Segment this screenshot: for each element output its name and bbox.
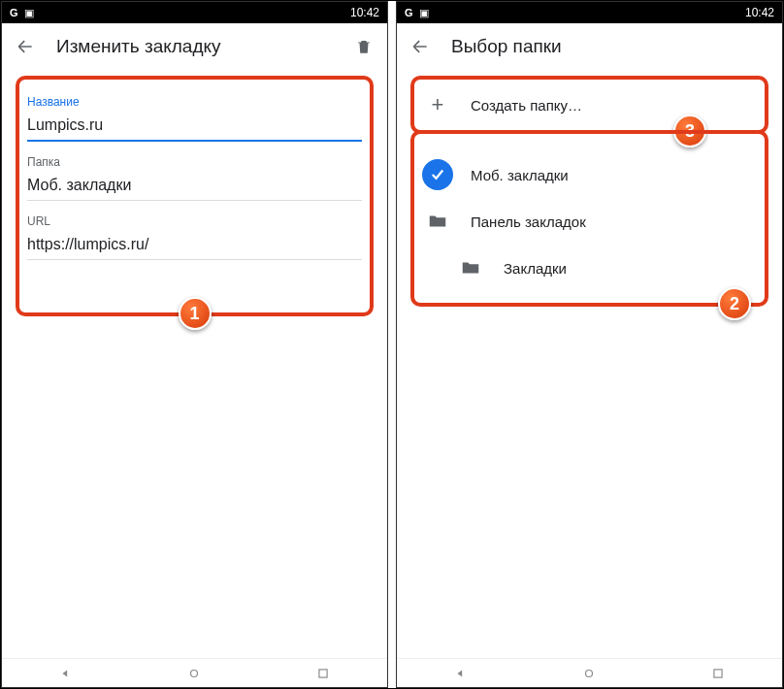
- folder-list-highlight: Моб. закладки Панель закладок Закладки: [410, 130, 768, 307]
- name-input[interactable]: Lumpics.ru: [27, 113, 362, 142]
- check-icon: [422, 159, 453, 190]
- folder-select[interactable]: Моб. закладки: [27, 173, 362, 201]
- plus-icon: +: [422, 89, 453, 120]
- page-title: Изменить закладку: [56, 36, 221, 57]
- app-icon: ▣: [419, 7, 429, 19]
- google-icon: G: [10, 7, 18, 18]
- screen-select-folder: G ▣ 10:42 Выбор папки + Создать папку… 3: [396, 1, 783, 688]
- name-label: Название: [27, 95, 362, 109]
- nav-home-icon[interactable]: [187, 667, 201, 680]
- nav-bar: [2, 658, 387, 687]
- nav-recent-icon[interactable]: [316, 667, 330, 680]
- google-icon: G: [405, 7, 413, 18]
- folder-label: Моб. закладки: [471, 167, 569, 183]
- folder-row[interactable]: Панель закладок: [416, 198, 763, 245]
- nav-back-icon[interactable]: [59, 667, 73, 680]
- delete-icon[interactable]: [350, 33, 377, 60]
- app-bar: Изменить закладку: [2, 23, 387, 70]
- app-icon: ▣: [24, 7, 34, 19]
- folder-label: Панель закладок: [471, 213, 586, 230]
- step-badge-2: 2: [718, 287, 751, 320]
- back-icon[interactable]: [407, 33, 434, 60]
- folder-label: Папка: [27, 155, 362, 169]
- create-folder-highlight: + Создать папку… 3: [410, 76, 768, 134]
- svg-point-0: [191, 670, 198, 676]
- create-folder-label: Создать папку…: [471, 97, 582, 114]
- status-bar: G ▣ 10:42: [2, 2, 387, 23]
- url-input[interactable]: https://lumpics.ru/: [27, 232, 362, 260]
- app-bar: Выбор папки: [397, 23, 782, 70]
- svg-rect-1: [319, 669, 327, 676]
- folder-row-selected[interactable]: Моб. закладки: [416, 151, 763, 198]
- nav-bar: [397, 658, 782, 687]
- create-folder-row[interactable]: + Создать папку…: [416, 82, 763, 128]
- url-label: URL: [27, 214, 362, 228]
- folder-icon: [455, 252, 486, 283]
- nav-recent-icon[interactable]: [711, 667, 725, 680]
- screen-edit-bookmark: G ▣ 10:42 Изменить закладку Название Lum…: [1, 1, 388, 688]
- page-title: Выбор папки: [451, 36, 562, 57]
- step-badge-1: 1: [179, 297, 212, 330]
- back-icon[interactable]: [12, 33, 39, 60]
- status-bar: G ▣ 10:42: [397, 2, 782, 23]
- nav-home-icon[interactable]: [582, 667, 596, 680]
- folder-row[interactable]: Закладки: [416, 245, 763, 291]
- edit-form-highlight: Название Lumpics.ru Папка Моб. закладки …: [16, 76, 374, 316]
- status-time: 10:42: [745, 6, 774, 19]
- folder-label: Закладки: [504, 260, 567, 277]
- svg-point-2: [586, 670, 593, 676]
- folder-icon: [422, 206, 453, 237]
- svg-rect-3: [714, 669, 722, 676]
- nav-back-icon[interactable]: [454, 667, 468, 680]
- status-time: 10:42: [350, 6, 379, 19]
